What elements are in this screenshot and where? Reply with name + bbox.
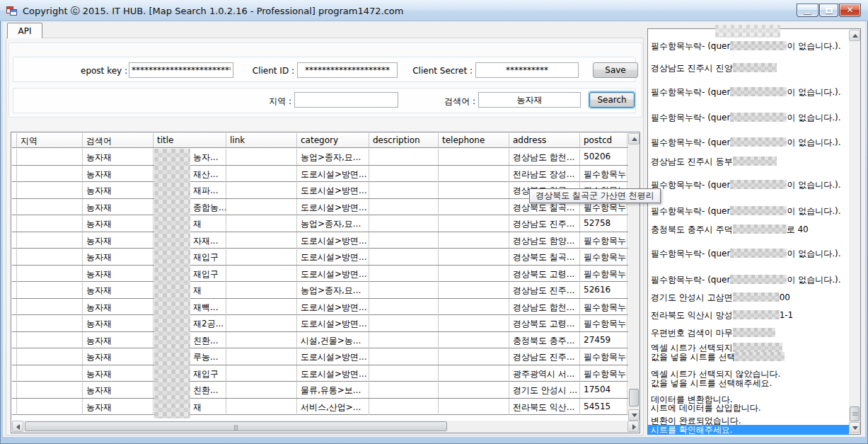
grid-cell[interactable] bbox=[12, 249, 17, 265]
grid-cell[interactable]: 전라남도 장성... bbox=[509, 166, 580, 182]
grid-cell[interactable] bbox=[12, 182, 17, 198]
grid-cell[interactable] bbox=[226, 332, 297, 348]
grid-cell[interactable] bbox=[226, 232, 297, 249]
close-button[interactable]: ✕ bbox=[839, 4, 861, 17]
table-row[interactable]: 농자재재입구도로시설>방면...광주광역시 서...필수항목누락 bbox=[12, 365, 628, 382]
grid-cell[interactable] bbox=[226, 315, 297, 331]
grid-cell[interactable] bbox=[226, 282, 297, 298]
grid-cell[interactable] bbox=[17, 166, 83, 182]
epost-key-input[interactable] bbox=[129, 62, 233, 78]
log-scroll-up-button[interactable] bbox=[849, 30, 860, 41]
grid-cell[interactable]: 도로시설>방면... bbox=[297, 249, 369, 265]
grid-cell[interactable] bbox=[17, 232, 83, 249]
table-vertical-scrollbar[interactable] bbox=[628, 133, 640, 421]
table-row[interactable]: 농자재재농업>종자,묘...경상남도 진주...52616 bbox=[12, 282, 628, 299]
log-line[interactable]: 필수항목누락- (quer이 없습니다.). bbox=[651, 137, 843, 147]
grid-cell[interactable]: 농자재 bbox=[83, 365, 154, 382]
log-scroll-thumb[interactable] bbox=[850, 406, 860, 421]
grid-cell[interactable] bbox=[226, 199, 297, 215]
grid-cell[interactable]: 농업>종자,묘... bbox=[297, 149, 369, 165]
grid-cell[interactable] bbox=[12, 382, 17, 398]
log-line[interactable]: 필수항목누락- (quer이 없습니다.). bbox=[651, 113, 843, 123]
grid-cell[interactable] bbox=[439, 166, 509, 182]
grid-cell[interactable] bbox=[17, 382, 83, 398]
grid-cell[interactable]: 도로시설>방면... bbox=[297, 266, 369, 282]
log-line-selected[interactable]: 시트를 확인해주세요. bbox=[648, 425, 849, 435]
table-row[interactable]: 농자재루농...도로시설>방면...경상남도 진주...필수항목누락 bbox=[12, 348, 628, 365]
grid-cell[interactable]: 농자재 bbox=[83, 332, 154, 348]
grid-cell[interactable] bbox=[439, 348, 509, 365]
log-line[interactable]: 엑셀 시트가 선택되지 않았습니다. bbox=[651, 369, 843, 379]
grid-cell[interactable] bbox=[369, 266, 439, 282]
grid-cell[interactable]: 도로시설>방면... bbox=[297, 199, 369, 215]
grid-cell[interactable]: 도로시설>방면... bbox=[297, 315, 369, 331]
keyword-input[interactable] bbox=[478, 92, 581, 108]
grid-cell[interactable] bbox=[369, 199, 439, 215]
grid-cell[interactable]: 농자재 bbox=[83, 215, 154, 232]
grid-cell[interactable] bbox=[12, 348, 17, 365]
table-row[interactable]: 농자재친환...물류,유통>보...경기도 안성시 ...17504 bbox=[12, 382, 628, 399]
grid-cell[interactable] bbox=[17, 348, 83, 365]
grid-cell[interactable] bbox=[369, 348, 439, 365]
log-line[interactable]: 경상남도 진주시 동부 bbox=[651, 156, 843, 166]
grid-cell[interactable]: 필수항목누락 bbox=[580, 299, 627, 315]
grid-cell[interactable]: 농자재 bbox=[83, 232, 154, 249]
grid-cell[interactable] bbox=[439, 182, 509, 198]
grid-cell[interactable]: 도로시설>방면... bbox=[297, 348, 369, 365]
log-line[interactable]: 필수항목누락- (quer이 없습니다.). bbox=[651, 249, 843, 258]
grid-cell[interactable] bbox=[369, 166, 439, 182]
grid-cell[interactable]: 서비스,산업>... bbox=[297, 399, 369, 415]
log-line[interactable]: 우편번호 검색이 마무 bbox=[651, 328, 843, 338]
grid-cell[interactable] bbox=[226, 166, 297, 182]
log-line[interactable]: 값을 넣을 시트를 선택해주세요. bbox=[651, 378, 843, 388]
table-row[interactable]: 농자재재산...도로시설>방면...전라남도 장성...필수항목누락 bbox=[12, 166, 628, 183]
grid-cell[interactable] bbox=[226, 382, 297, 398]
grid-cell[interactable] bbox=[17, 249, 83, 265]
grid-header-cell[interactable]: link bbox=[226, 133, 297, 147]
grid-cell[interactable] bbox=[12, 315, 17, 331]
grid-cell[interactable] bbox=[12, 399, 17, 415]
grid-cell[interactable] bbox=[17, 299, 83, 315]
grid-cell[interactable] bbox=[439, 215, 509, 232]
grid-cell[interactable]: 농자재 bbox=[83, 249, 154, 265]
grid-cell[interactable] bbox=[12, 149, 17, 165]
grid-cell[interactable] bbox=[439, 315, 509, 331]
grid-cell[interactable]: 경상남도 진주... bbox=[509, 282, 580, 298]
horizontal-scroll-thumb[interactable] bbox=[25, 421, 447, 431]
grid-cell[interactable]: 50206 bbox=[580, 149, 627, 165]
grid-cell[interactable] bbox=[439, 199, 509, 215]
table-row[interactable]: 농자재재빽...도로시설>방면...경상남도 합천...필수항목누락 bbox=[12, 299, 628, 316]
grid-cell[interactable] bbox=[439, 399, 509, 415]
grid-cell[interactable]: 17504 bbox=[580, 382, 627, 398]
grid-cell[interactable] bbox=[12, 199, 17, 215]
log-line[interactable]: 값을 넣을 시트를 선택 bbox=[651, 352, 843, 362]
log-line[interactable]: 필수항목누락- (quer이 없습니다.). bbox=[651, 41, 843, 51]
save-button[interactable]: Save bbox=[593, 62, 638, 78]
table-row[interactable]: 농자재재서비스,산업>...전라북도 익산...54515 bbox=[12, 399, 628, 416]
grid-cell[interactable] bbox=[439, 149, 509, 165]
grid-cell[interactable]: 54515 bbox=[580, 399, 627, 415]
region-input[interactable] bbox=[294, 92, 398, 108]
grid-cell[interactable]: 경상남도 함양... bbox=[509, 232, 580, 249]
grid-cell[interactable]: 경상남도 합천... bbox=[509, 149, 580, 165]
grid-cell[interactable] bbox=[17, 332, 83, 348]
maximize-button[interactable] bbox=[819, 4, 838, 17]
table-row[interactable]: 농자재친환...시설,건물>농...충청북도 충주...27459 bbox=[12, 332, 628, 349]
grid-cell[interactable]: 27459 bbox=[580, 332, 627, 348]
grid-cell[interactable]: 경상북도 칠곡... bbox=[509, 249, 580, 265]
scroll-right-button[interactable] bbox=[627, 421, 639, 432]
grid-cell[interactable]: 농자재 bbox=[83, 182, 154, 198]
grid-cell[interactable] bbox=[369, 382, 439, 398]
grid-cell[interactable] bbox=[226, 249, 297, 265]
grid-cell[interactable] bbox=[369, 282, 439, 298]
grid-cell[interactable] bbox=[12, 266, 17, 282]
minimize-button[interactable] bbox=[797, 4, 818, 17]
tab-api[interactable]: API bbox=[7, 23, 42, 38]
grid-cell[interactable] bbox=[226, 399, 297, 415]
grid-cell[interactable] bbox=[12, 282, 17, 298]
log-line[interactable]: 충청북도 충주시 주덕로 40 bbox=[651, 224, 843, 234]
grid-cell[interactable] bbox=[369, 149, 439, 165]
log-line[interactable]: 필수항목누락- (quer이 없습니다.). bbox=[651, 87, 843, 97]
grid-cell[interactable]: 52616 bbox=[580, 282, 627, 298]
grid-cell[interactable]: 농자재 bbox=[83, 199, 154, 215]
